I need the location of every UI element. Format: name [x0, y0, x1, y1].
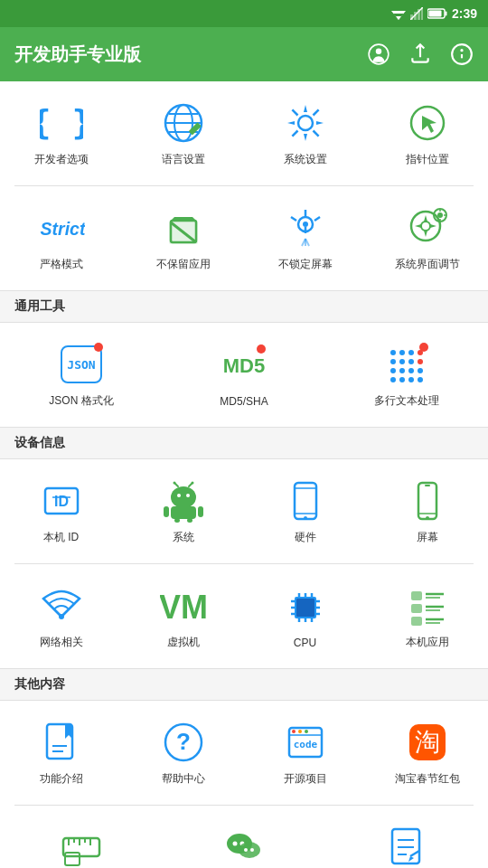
svg-point-51: [390, 359, 396, 364]
json-format-label: JSON 格式化: [49, 393, 113, 409]
svg-point-71: [173, 482, 175, 485]
md5-badge: [257, 344, 266, 354]
svg-rect-75: [198, 506, 203, 517]
hardware-item[interactable]: 硬件: [244, 468, 366, 554]
share-icon[interactable]: [408, 42, 432, 66]
vm-item[interactable]: VM 虚拟机: [122, 573, 244, 659]
no-lock-item[interactable]: 不锁定屏幕: [244, 195, 366, 281]
system-item[interactable]: 系统: [122, 468, 244, 554]
svg-point-86: [59, 614, 64, 619]
svg-point-42: [437, 212, 443, 218]
hardware-label: 硬件: [295, 530, 316, 545]
wechat-item[interactable]: 官方微信: [163, 815, 325, 868]
screen-item[interactable]: 屏幕: [366, 468, 488, 554]
multiline-icon-wrap: [383, 341, 430, 388]
svg-point-135: [239, 842, 260, 858]
device-id-icon-wrap: ID: [38, 477, 85, 524]
svg-point-61: [408, 377, 414, 382]
svg-point-52: [399, 359, 405, 364]
taobao-icon-wrap: 淘: [404, 719, 451, 766]
common-tools-grid: JSON JSON 格式化 MD5 MD5/SHA: [0, 323, 488, 427]
svg-rect-76: [174, 518, 180, 523]
network-icon-wrap: [38, 582, 85, 629]
help-icon-wrap: ?: [160, 719, 207, 766]
pointer-icon-wrap: [404, 99, 451, 146]
no-keep-label: 不保留应用: [156, 257, 211, 272]
svg-point-60: [399, 377, 405, 382]
app-title: 开发助手专业版: [14, 42, 141, 67]
svg-rect-77: [187, 518, 192, 523]
json-badge: [94, 343, 103, 352]
screen-label: 屏幕: [417, 530, 438, 545]
svg-marker-2: [396, 16, 401, 20]
vm-label: 虚拟机: [167, 635, 200, 650]
device-row1-grid: ID 本机 ID: [0, 459, 488, 563]
svg-rect-131: [65, 853, 80, 865]
github-icon[interactable]: [367, 42, 390, 66]
vm-icon-wrap: VM: [160, 582, 207, 629]
dev-options-label: 开发者选项: [34, 152, 89, 167]
multiline-item[interactable]: 多行文本处理: [325, 332, 488, 418]
device-row2-grid: 网络相关 VM 虚拟机: [0, 564, 488, 668]
svg-point-62: [418, 377, 423, 382]
feature-intro-label: 功能介绍: [40, 771, 83, 787]
lang-settings-item[interactable]: 语言设置: [122, 90, 244, 176]
svg-point-122: [305, 730, 308, 733]
svg-point-67: [177, 494, 181, 497]
taobao-item[interactable]: 淘 淘宝春节红包: [366, 710, 488, 796]
local-apps-item[interactable]: 本机应用: [366, 573, 488, 659]
wifi-status-icon: [391, 7, 406, 20]
system-icon-wrap: [160, 477, 207, 524]
svg-rect-105: [411, 604, 422, 613]
svg-point-136: [244, 848, 248, 852]
strict-icon-wrap: Strict: [38, 204, 85, 251]
screen-icon-wrap: [404, 477, 451, 524]
hardware-icon-wrap: [282, 477, 329, 524]
info-icon[interactable]: [450, 42, 474, 66]
cpu-label: CPU: [294, 637, 316, 649]
svg-point-84: [426, 516, 429, 520]
no-keep-icon-wrap: [160, 204, 207, 251]
multiline-badge: [419, 343, 428, 352]
open-source-item[interactable]: code 开源项目: [244, 710, 366, 796]
no-keep-item[interactable]: 不保留应用: [122, 195, 244, 281]
json-format-item[interactable]: JSON JSON 格式化: [0, 332, 163, 418]
svg-point-53: [408, 359, 414, 364]
md5-item[interactable]: MD5 MD5/SHA: [163, 332, 325, 418]
main-content: { } 开发者选项 语言设置: [0, 81, 488, 868]
sys-settings-item[interactable]: 系统设置: [244, 90, 366, 176]
dev-options-item[interactable]: { } 开发者选项: [0, 90, 122, 176]
svg-point-120: [292, 730, 296, 733]
svg-text:淘: 淘: [415, 728, 440, 756]
ui-adjust-icon-wrap: [404, 204, 451, 251]
local-apps-label: 本机应用: [406, 635, 449, 650]
other-row1-grid: 功能介绍 ? 帮助中心 code 开: [0, 701, 488, 805]
lang-settings-label: 语言设置: [162, 152, 205, 167]
svg-rect-74: [164, 506, 169, 517]
device-id-item[interactable]: ID 本机 ID: [0, 468, 122, 554]
md5-label: MD5/SHA: [220, 395, 267, 408]
ui-adjust-item[interactable]: 系统界面调节: [366, 195, 488, 281]
svg-point-48: [399, 350, 405, 355]
feature-intro-item[interactable]: 功能介绍: [0, 710, 122, 796]
svg-text:Strict: Strict: [40, 219, 84, 239]
svg-point-54: [418, 359, 423, 364]
json-icon-wrap: JSON: [58, 341, 105, 388]
standard-size-item[interactable]: 标准尺寸: [0, 815, 163, 868]
svg-rect-102: [411, 591, 422, 600]
svg-text:?: ?: [176, 728, 191, 755]
standard-size-icon-wrap: [58, 824, 105, 868]
svg-line-32: [291, 217, 296, 221]
cpu-item[interactable]: CPU: [244, 573, 366, 659]
svg-rect-108: [411, 617, 422, 626]
pointer-item[interactable]: 指针位置: [366, 90, 488, 176]
svg-point-72: [191, 482, 193, 485]
help-center-item[interactable]: ? 帮助中心: [122, 710, 244, 796]
svg-point-59: [390, 377, 396, 382]
svg-rect-10: [428, 11, 441, 17]
strict-mode-item[interactable]: Strict 严格模式: [0, 195, 122, 281]
network-item[interactable]: 网络相关: [0, 573, 122, 659]
survey-item[interactable]: 使用调研: [325, 815, 488, 868]
svg-point-81: [304, 516, 307, 520]
multiline-label: 多行文本处理: [374, 393, 439, 409]
